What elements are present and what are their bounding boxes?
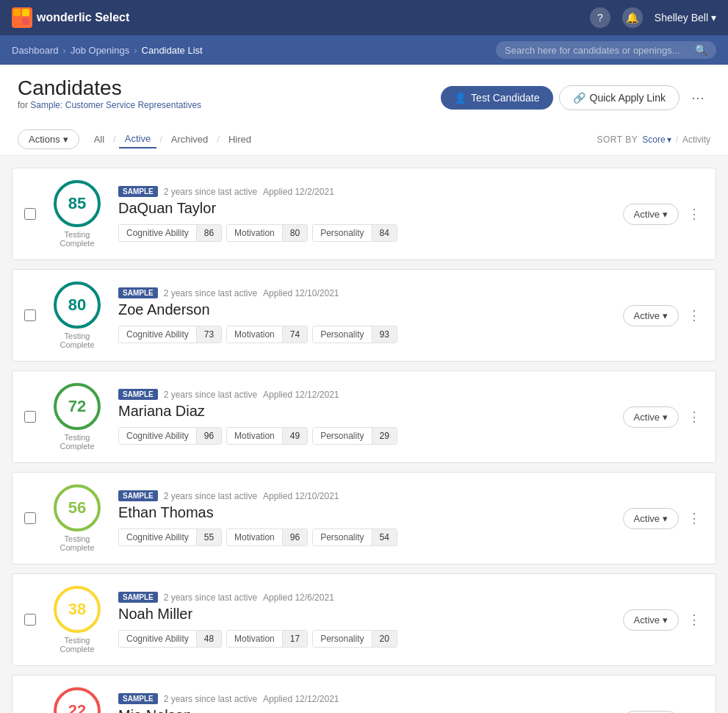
sort-score[interactable]: Score ▾ <box>642 135 671 145</box>
actions-button[interactable]: Actions ▾ <box>18 129 79 149</box>
sort-score-text: Score <box>642 135 665 145</box>
motivation-pill: Motivation 96 <box>226 529 308 546</box>
notifications-button[interactable]: 🔔 <box>622 7 643 28</box>
meta-applied: Applied 12/6/2021 <box>263 592 334 603</box>
status-button[interactable]: Active ▾ <box>623 406 679 428</box>
breadcrumb-sep-1: › <box>63 45 66 56</box>
filter-hired[interactable]: Hired <box>223 131 257 148</box>
test-candidate-button[interactable]: 👤 Test Candidate <box>441 86 552 110</box>
candidate-name[interactable]: DaQuan Taylor <box>118 200 611 217</box>
candidate-info: SAMPLE 2 years since last active Applied… <box>118 693 611 713</box>
status-button[interactable]: Active ▾ <box>623 305 679 326</box>
svg-rect-4 <box>22 18 29 25</box>
sort-activity[interactable]: Activity <box>682 135 710 145</box>
score-circle-wrapper: 56 Testing Complete <box>48 484 107 552</box>
card-more-button[interactable]: ⋮ <box>685 406 704 428</box>
cognitive-ability-pill: Cognitive Ability 86 <box>118 224 222 242</box>
personality-pill: Personality 54 <box>312 529 397 546</box>
candidate-checkbox[interactable] <box>24 208 36 220</box>
search-bar[interactable]: 🔍 <box>496 41 716 59</box>
candidate-checkbox[interactable] <box>24 512 36 524</box>
status-button[interactable]: Active ▾ <box>623 508 679 529</box>
personality-pill: Personality 29 <box>312 427 397 445</box>
scores-row: Cognitive Ability 96 Motivation 49 Perso… <box>118 427 611 445</box>
subtitle-link[interactable]: Sample: Customer Service Representatives <box>30 100 201 110</box>
personality-value: 84 <box>372 225 397 241</box>
score-circle-wrapper: 72 Testing Complete <box>48 383 107 451</box>
cognitive-ability-value: 48 <box>196 631 221 647</box>
breadcrumb-dashboard[interactable]: Dashboard <box>12 45 59 56</box>
status-chevron-icon: ▾ <box>663 310 668 321</box>
candidate-meta: SAMPLE 2 years since last active Applied… <box>118 693 611 704</box>
candidate-meta: SAMPLE 2 years since last active Applied… <box>118 389 611 400</box>
candidate-card: 80 Testing Complete SAMPLE 2 years since… <box>12 269 716 362</box>
status-button[interactable]: Active ▾ <box>623 711 679 714</box>
filter-active[interactable]: Active <box>119 130 156 148</box>
status-label: Active <box>634 310 660 321</box>
test-candidate-label: Test Candidate <box>471 92 539 104</box>
card-more-button[interactable]: ⋮ <box>685 304 704 326</box>
page-subtitle: for Sample: Customer Service Representat… <box>18 100 201 110</box>
candidate-name[interactable]: Mariana Diaz <box>118 403 611 420</box>
breadcrumb-job-openings[interactable]: Job Openings <box>71 45 129 56</box>
candidate-checkbox[interactable] <box>24 614 36 626</box>
svg-rect-1 <box>13 9 21 16</box>
meta-since: 2 years since last active <box>164 390 257 400</box>
sample-badge: SAMPLE <box>118 693 158 704</box>
candidate-name[interactable]: Noah Miller <box>118 606 611 623</box>
top-nav: wonderlic Select ? 🔔 Shelley Bell ▾ <box>0 0 728 35</box>
card-more-button[interactable]: ⋮ <box>685 507 704 529</box>
nav-right: ? 🔔 Shelley Bell ▾ <box>590 7 716 28</box>
cognitive-ability-label: Cognitive Ability <box>119 631 196 647</box>
quick-apply-button[interactable]: 🔗 Quick Apply Link <box>559 85 680 110</box>
meta-applied: Applied 12/12/2021 <box>263 390 339 400</box>
logo: wonderlic Select <box>12 7 129 28</box>
motivation-label: Motivation <box>227 326 282 343</box>
header-more-button[interactable]: ⋯ <box>685 87 710 109</box>
status-button[interactable]: Active ▾ <box>623 609 679 631</box>
user-menu[interactable]: Shelley Bell ▾ <box>655 12 716 24</box>
help-button[interactable]: ? <box>590 7 610 28</box>
filter-row: Actions ▾ All / Active / Archived / Hire… <box>18 122 710 155</box>
candidate-checkbox[interactable] <box>24 309 36 321</box>
wonderlic-logo-icon <box>12 7 32 28</box>
status-label: Active <box>634 615 660 626</box>
filter-archived[interactable]: Archived <box>165 131 215 148</box>
motivation-label: Motivation <box>227 225 282 241</box>
score-circle: 80 <box>54 282 101 329</box>
user-name-text: Shelley Bell <box>655 12 708 24</box>
candidate-name[interactable]: Zoe Anderson <box>118 301 611 318</box>
scores-row: Cognitive Ability 86 Motivation 80 Perso… <box>118 224 611 242</box>
scores-row: Cognitive Ability 48 Motivation 17 Perso… <box>118 630 611 648</box>
score-circle: 85 <box>54 180 101 227</box>
breadcrumb-bar: Dashboard › Job Openings › Candidate Lis… <box>0 35 728 65</box>
candidate-checkbox[interactable] <box>24 411 36 423</box>
card-more-button[interactable]: ⋮ <box>685 609 704 631</box>
cognitive-ability-label: Cognitive Ability <box>119 428 196 444</box>
meta-applied: Applied 12/12/2021 <box>263 694 339 704</box>
candidate-card: 38 Testing Complete SAMPLE 2 years since… <box>12 573 716 666</box>
search-input[interactable] <box>505 45 691 56</box>
card-more-button[interactable]: ⋮ <box>685 203 704 225</box>
candidate-info: SAMPLE 2 years since last active Applied… <box>118 592 611 648</box>
motivation-label: Motivation <box>227 631 282 647</box>
actions-chevron-icon: ▾ <box>63 134 68 145</box>
candidate-name[interactable]: Ethan Thomas <box>118 504 611 521</box>
meta-since: 2 years since last active <box>164 288 257 298</box>
meta-applied: Applied 12/10/2021 <box>263 288 339 298</box>
candidate-card: 56 Testing Complete SAMPLE 2 years since… <box>12 472 716 565</box>
filter-all[interactable]: All <box>88 131 110 148</box>
candidate-info: SAMPLE 2 years since last active Applied… <box>118 287 611 343</box>
candidate-name[interactable]: Mia Nelson <box>118 707 611 713</box>
cognitive-ability-pill: Cognitive Ability 73 <box>118 326 222 343</box>
motivation-value: 80 <box>282 225 307 241</box>
status-button[interactable]: Active ▾ <box>623 204 679 225</box>
sort-sep: / <box>676 135 678 145</box>
candidate-card: 72 Testing Complete SAMPLE 2 years since… <box>12 370 716 463</box>
personality-pill: Personality 20 <box>312 630 397 648</box>
card-more-button[interactable]: ⋮ <box>685 710 704 713</box>
score-circle-wrapper: 38 Testing Complete <box>48 586 107 653</box>
personality-value: 93 <box>372 326 397 343</box>
personality-value: 20 <box>372 631 397 647</box>
score-status-label: Testing Complete <box>48 534 107 552</box>
